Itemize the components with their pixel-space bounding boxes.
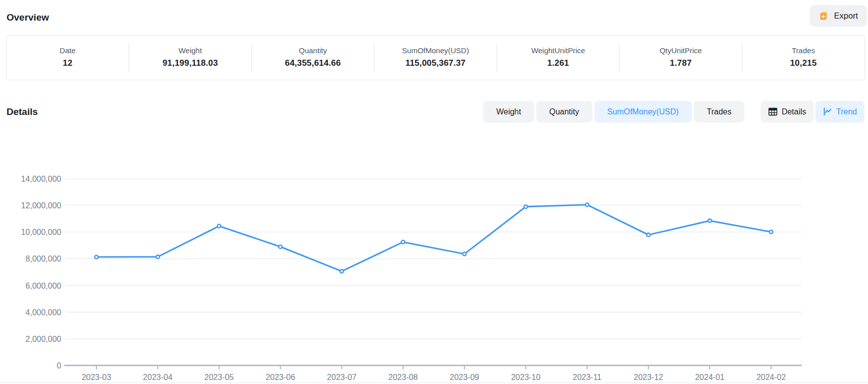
stat-qtyunitprice: QtyUnitPrice1.787 — [619, 36, 741, 80]
x-axis-label: 2023-03 — [82, 373, 111, 381]
x-axis-label: 2023-05 — [204, 373, 234, 381]
stat-value: 10,215 — [790, 58, 817, 68]
view-toggle-label: Details — [782, 107, 806, 116]
view-toggle-label: Trend — [836, 107, 857, 116]
x-axis-label: 2023-10 — [511, 373, 541, 381]
data-point-2023-06[interactable] — [279, 245, 282, 248]
stat-weightunitprice: WeightUnitPrice1.261 — [497, 36, 619, 80]
stat-trades: Trades10,215 — [742, 36, 864, 80]
stat-value: 64,355,614.66 — [285, 58, 341, 68]
stat-sumofmoney-usd: SumOfMoney(USD)115,005,367.37 — [375, 36, 497, 80]
stat-date: Date12 — [7, 36, 129, 80]
trend-line — [96, 205, 771, 272]
y-axis-label: 2,000,000 — [26, 335, 61, 343]
y-axis-label: 14,000,000 — [21, 175, 61, 183]
data-point-2023-08[interactable] — [402, 240, 405, 244]
y-axis-label: 12,000,000 — [21, 201, 61, 210]
metric-tab-trades[interactable]: Trades — [694, 101, 745, 122]
metric-tab-sumofmoney-usd[interactable]: SumOfMoney(USD) — [594, 101, 692, 122]
stat-label: Trades — [792, 46, 815, 55]
stat-label: QtyUnitPrice — [660, 46, 702, 55]
stat-value: 12 — [63, 58, 72, 68]
x-axis-label: 2023-06 — [266, 373, 295, 381]
view-toggle-trend[interactable]: Trend — [815, 101, 864, 122]
table-icon — [768, 107, 778, 116]
y-axis-label: 0 — [57, 361, 61, 370]
data-point-2023-07[interactable] — [340, 270, 343, 273]
stat-value: 1.787 — [670, 58, 692, 68]
metric-tab-group: WeightQuantitySumOfMoney(USD)Trades — [483, 101, 745, 122]
export-button[interactable]: Export — [810, 5, 867, 27]
data-point-2023-03[interactable] — [95, 255, 98, 259]
trend-line-chart[interactable]: 02,000,0004,000,0006,000,0008,000,00010,… — [0, 141, 868, 384]
overview-stats-card: Date12Weight91,199,118.03Quantity64,355,… — [6, 35, 865, 80]
y-axis-label: 4,000,000 — [26, 308, 61, 317]
overview-section-title: Overview — [7, 12, 49, 23]
x-axis-label: 2023-08 — [389, 373, 418, 381]
stat-weight: Weight91,199,118.03 — [129, 36, 251, 80]
y-axis-label: 6,000,000 — [26, 282, 61, 290]
metric-tab-weight[interactable]: Weight — [483, 101, 534, 122]
data-point-2023-09[interactable] — [463, 252, 466, 256]
stat-value: 91,199,118.03 — [163, 58, 218, 68]
data-point-2023-11[interactable] — [585, 203, 589, 206]
data-point-2023-04[interactable] — [156, 255, 160, 259]
stat-label: Quantity — [299, 46, 327, 55]
x-axis-label: 2024-02 — [757, 373, 786, 381]
stat-quantity: Quantity64,355,614.66 — [252, 36, 374, 80]
y-axis-label: 10,000,000 — [21, 228, 61, 236]
x-axis-label: 2023-12 — [634, 373, 663, 381]
section-divider — [0, 382, 868, 383]
stat-label: SumOfMoney(USD) — [402, 46, 469, 55]
x-axis-label: 2024-01 — [695, 373, 724, 381]
stat-label: Date — [60, 46, 76, 55]
data-point-2023-10[interactable] — [524, 205, 528, 208]
x-axis-label: 2023-09 — [450, 373, 479, 381]
export-file-icon — [819, 11, 829, 21]
view-toggle-details[interactable]: Details — [761, 101, 814, 122]
stat-value: 115,005,367.37 — [405, 58, 465, 68]
x-axis-label: 2023-04 — [143, 373, 173, 381]
view-toggle-group: DetailsTrend — [761, 101, 864, 122]
metric-tab-quantity[interactable]: Quantity — [536, 101, 592, 122]
x-axis-label: 2023-07 — [327, 373, 356, 381]
trend-chart-icon — [823, 107, 832, 116]
data-point-2024-02[interactable] — [770, 230, 773, 234]
data-point-2023-05[interactable] — [217, 224, 221, 228]
stat-label: WeightUnitPrice — [531, 46, 585, 55]
details-section-title: Details — [7, 101, 38, 122]
data-point-2023-12[interactable] — [647, 233, 650, 237]
stat-value: 1.261 — [547, 58, 569, 68]
trend-chart-svg: 02,000,0004,000,0006,000,0008,000,00010,… — [0, 141, 868, 384]
export-button-label: Export — [834, 11, 858, 21]
stat-label: Weight — [179, 46, 202, 55]
data-point-2024-01[interactable] — [708, 219, 711, 222]
x-axis-label: 2023-11 — [573, 373, 602, 381]
y-axis-label: 8,000,000 — [26, 254, 61, 263]
